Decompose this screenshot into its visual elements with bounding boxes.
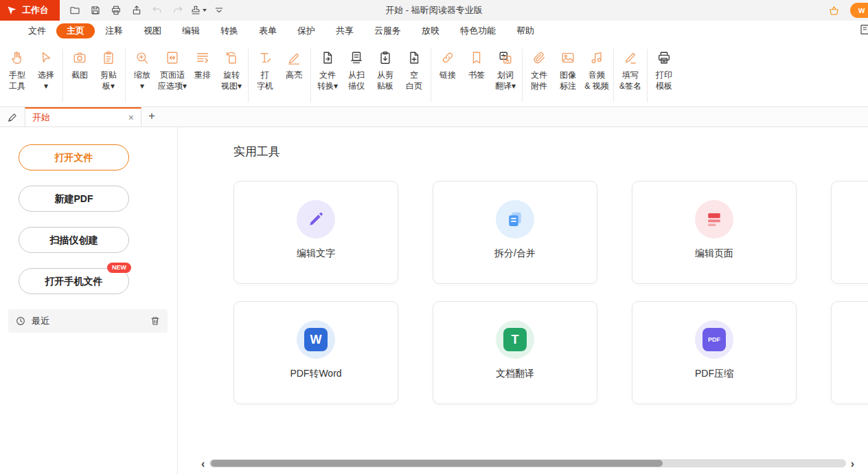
ribbon-highlight[interactable]: 高亮 [279,49,308,81]
menu-protect[interactable]: 保护 [287,23,326,38]
side-panel-icon[interactable] [859,23,868,36]
close-icon[interactable]: × [128,113,134,122]
ribbon-hand-tool[interactable]: 手型 工具 [3,49,32,91]
tool-card-partial[interactable] [831,181,868,284]
ribbon-page-fit[interactable]: 页面适 应选项▾ [157,49,188,91]
workspace-button[interactable]: 工作台 [0,0,60,21]
print-template-icon [656,49,672,67]
sidebar: 打开文件 新建PDF 扫描仪创建 打开手机文件 NEW 最近 [0,127,178,474]
save-icon[interactable] [87,2,104,19]
menu-comment[interactable]: 注释 [95,23,133,38]
ribbon-item-label: 打 字机 [257,70,273,91]
recent-files-row[interactable]: 最近 [8,309,168,333]
ribbon-blank-page[interactable]: 空 白页 [400,49,429,91]
undo-icon[interactable] [149,2,165,19]
menu-cloud[interactable]: 云服务 [364,23,411,38]
new-pdf-button[interactable]: 新建PDF [19,186,129,212]
ribbon-bookmark[interactable]: 书签 [462,49,491,81]
page-fit-icon [165,49,180,67]
ribbon-audio-video[interactable]: 音频 & 视频 [582,49,611,91]
ribbon-options-icon[interactable] [211,2,227,19]
menu-edit[interactable]: 编辑 [172,23,210,38]
start-page-icon[interactable] [0,107,25,126]
ribbon-translate[interactable]: 划词 翻译▾ [491,49,520,91]
upgrade-button[interactable]: w [850,3,868,18]
menu-home[interactable]: 主页 [56,23,95,38]
menu-slideshow[interactable]: 放映 [411,23,450,38]
horizontal-scrollbar[interactable]: ‹ › [201,459,854,468]
trash-icon[interactable] [150,316,161,327]
tool-card-pdf-to-word[interactable]: W PDF转Word [233,301,398,404]
ribbon-select[interactable]: 选择 ▾ [32,49,60,91]
zoom-magnifier-icon [135,49,150,67]
new-tab-button[interactable]: + [141,109,162,126]
ribbon-reflow[interactable]: 重排 [188,49,217,81]
select-cursor-icon [38,49,54,67]
ribbon-print-template[interactable]: 打印 模板 [650,49,678,91]
ribbon-zoom[interactable]: 缩放 ▾ [128,49,157,91]
titlebar: 工作台 开始 - 福昕阅读器专业版 w [0,0,868,21]
menu-share[interactable]: 共享 [326,23,364,38]
ribbon-clipboard[interactable]: 剪贴 板▾ [94,49,123,91]
menu-features[interactable]: 特色功能 [450,23,506,38]
split-merge-icon [496,200,534,239]
menu-convert[interactable]: 转换 [210,23,249,38]
scrollbar-thumb[interactable] [211,460,663,467]
ribbon-from-clipboard[interactable]: 从剪 贴板 [371,49,400,91]
ribbon-snapshot[interactable]: 截图 [65,49,94,81]
ribbon-separator [522,49,523,102]
open-file-button[interactable]: 打开文件 [19,144,129,170]
tool-card-partial[interactable] [831,301,868,404]
scroll-left-icon[interactable]: ‹ [201,459,205,468]
open-folder-icon[interactable] [67,2,83,19]
menu-file[interactable]: 文件 [18,23,56,38]
menu-form[interactable]: 表单 [249,23,287,38]
card-label: PDF转Word [290,368,341,380]
menu-help[interactable]: 帮助 [506,23,545,38]
menu-view[interactable]: 视图 [133,23,172,38]
ribbon-item-label: 剪贴 板▾ [100,70,117,91]
scanner-create-button[interactable]: 扫描仪创建 [19,227,129,253]
tool-cards-grid: 编辑文字 拆分/合并 编辑页面 W PDF转Word [233,181,868,404]
ribbon-file-convert[interactable]: 文件 转换▾ [313,49,342,91]
hand-tool-icon [10,49,25,67]
stamp-tool-icon[interactable] [190,2,207,19]
menubar: 文件 主页 注释 视图 编辑 转换 表单 保护 共享 云服务 放映 特色功能 帮… [0,21,868,41]
ribbon-typewriter[interactable]: 打 字机 [251,49,279,91]
audio-video-icon [589,49,604,67]
ribbon-item-label: 文件 转换▾ [317,70,338,91]
camera-icon [72,49,87,67]
ribbon-fill-sign[interactable]: 填写 &签名 [616,49,645,91]
tool-card-split-merge[interactable]: 拆分/合并 [433,181,597,284]
ribbon-item-label: 文件 附件 [531,70,547,91]
ribbon-item-label: 空 白页 [406,70,422,91]
ribbon-from-scanner[interactable]: 从扫 描仪 [342,49,371,91]
ribbon-image-annotation[interactable]: 图像 标注 [553,49,582,91]
tool-card-doc-translate[interactable]: T 文档翻译 [433,301,597,404]
tab-label: 开始 [32,111,50,124]
ribbon-item-label: 填写 &签名 [619,70,641,91]
clock-icon [15,316,26,327]
attachment-icon [532,49,547,67]
button-label: 打开手机文件 [45,276,103,287]
scroll-right-icon[interactable]: › [851,459,854,468]
doc-translate-icon: T [496,320,534,359]
tool-card-pdf-compress[interactable]: PDF PDF压缩 [632,301,797,404]
ribbon-file-attachment[interactable]: 文件 附件 [525,49,553,91]
tool-card-edit-text[interactable]: 编辑文字 [233,181,398,284]
ribbon-item-label: 书签 [468,70,485,81]
ribbon-separator [62,49,63,102]
scrollbar-track[interactable] [209,459,845,467]
open-mobile-file-button[interactable]: 打开手机文件 NEW [19,268,129,294]
blank-page-icon [407,49,422,67]
ribbon-rotate-view[interactable]: 旋转 视图▾ [217,49,246,91]
tool-card-edit-pages[interactable]: 编辑页面 [632,181,797,284]
ribbon-link[interactable]: 链接 [433,49,462,81]
export-icon[interactable] [128,2,145,19]
promo-basket-icon[interactable] [825,2,842,19]
typewriter-icon [258,49,273,67]
ribbon-item-label: 打印 模板 [656,70,672,91]
print-icon[interactable] [108,2,124,19]
redo-icon[interactable] [170,2,186,19]
tab-start[interactable]: 开始 × [25,107,141,126]
